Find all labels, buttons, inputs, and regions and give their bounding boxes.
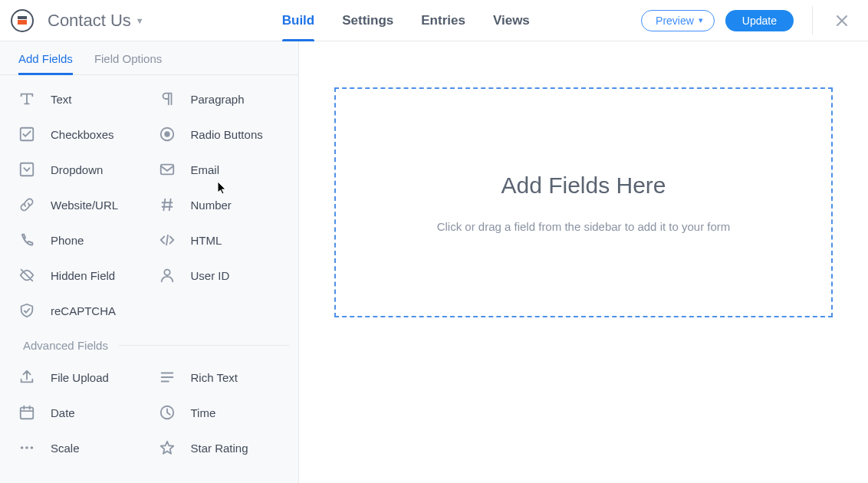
form-name-dropdown[interactable]: Contact Us ▼ (48, 11, 144, 31)
field-star-rating[interactable]: Star Rating (153, 430, 293, 465)
field-list: Text Paragraph Checkboxes Radio Buttons (0, 75, 298, 483)
dropdown-icon (18, 161, 35, 178)
top-actions: Preview ▾ Update (641, 6, 853, 35)
link-icon (18, 196, 35, 213)
svg-point-2 (164, 131, 169, 136)
field-text[interactable]: Text (12, 81, 153, 117)
update-button[interactable]: Update (725, 10, 794, 31)
sidebar: Add Fields Field Options Text Paragraph … (0, 41, 299, 483)
field-paragraph[interactable]: Paragraph (153, 81, 293, 117)
hash-icon (159, 196, 176, 213)
form-name: Contact Us (48, 11, 131, 31)
field-label: HTML (191, 234, 222, 247)
phone-icon (18, 232, 35, 248)
field-time[interactable]: Time (153, 395, 293, 430)
field-label: Phone (51, 234, 84, 247)
field-html[interactable]: HTML (153, 222, 293, 258)
field-radio-buttons[interactable]: Radio Buttons (153, 117, 293, 152)
field-label: File Upload (51, 371, 109, 384)
field-label: Time (191, 406, 216, 419)
tab-build[interactable]: Build (282, 0, 315, 41)
field-user-id[interactable]: User ID (153, 258, 293, 293)
field-phone[interactable]: Phone (12, 222, 153, 258)
field-label: reCAPTCHA (51, 304, 116, 317)
checkbox-icon (18, 126, 35, 143)
field-date[interactable]: Date (12, 395, 153, 430)
field-label: Number (191, 199, 232, 212)
svg-point-9 (25, 446, 28, 449)
hidden-icon (18, 267, 35, 284)
svg-rect-4 (160, 165, 173, 175)
preview-button[interactable]: Preview ▾ (641, 10, 715, 31)
svg-rect-3 (21, 163, 34, 176)
tab-settings[interactable]: Settings (342, 0, 393, 41)
field-checkboxes[interactable]: Checkboxes (12, 117, 153, 152)
advanced-fields-header: Advanced Fields (12, 328, 292, 360)
field-label: Date (51, 406, 75, 419)
star-icon (159, 439, 176, 456)
top-bar: Contact Us ▼ Build Settings Entries View… (0, 0, 868, 41)
dropzone-title: Add Fields Here (501, 172, 666, 199)
form-canvas: Add Fields Here Click or drag a field fr… (299, 41, 868, 483)
dropzone[interactable]: Add Fields Here Click or drag a field fr… (334, 87, 833, 317)
svg-point-10 (31, 446, 34, 449)
time-icon (159, 404, 176, 421)
svg-point-5 (164, 270, 169, 275)
section-title: Advanced Fields (23, 339, 108, 352)
richtext-icon (159, 369, 176, 386)
sidebar-tabs: Add Fields Field Options (0, 41, 298, 75)
svg-rect-6 (21, 408, 34, 419)
field-scale[interactable]: Scale (12, 430, 153, 465)
field-email[interactable]: Email (153, 152, 293, 187)
field-label: Email (191, 163, 220, 176)
field-label: Checkboxes (51, 128, 114, 141)
svg-point-8 (21, 446, 24, 449)
upload-icon (18, 369, 35, 386)
field-label: Star Rating (191, 442, 248, 455)
tab-views[interactable]: Views (493, 0, 530, 41)
sidebar-tab-add-fields[interactable]: Add Fields (18, 52, 73, 74)
field-label: Hidden Field (51, 269, 115, 282)
workspace: Add Fields Field Options Text Paragraph … (0, 41, 868, 483)
text-icon (18, 90, 35, 107)
html-icon (159, 232, 176, 248)
close-icon (836, 15, 848, 27)
field-label: Dropdown (51, 163, 103, 176)
field-label: Scale (51, 442, 80, 455)
shield-icon (18, 302, 35, 319)
field-dropdown[interactable]: Dropdown (12, 152, 153, 187)
chevron-down-icon: ▾ (699, 15, 703, 25)
field-label: User ID (191, 269, 230, 282)
date-icon (18, 404, 35, 421)
field-label: Rich Text (191, 371, 238, 384)
app-logo (11, 9, 34, 32)
chevron-down-icon: ▼ (136, 16, 144, 25)
tab-entries[interactable]: Entries (421, 0, 465, 41)
email-icon (159, 161, 176, 178)
scale-icon (18, 439, 35, 456)
field-recaptcha[interactable]: reCAPTCHA (12, 293, 153, 328)
field-label: Radio Buttons (191, 128, 263, 141)
field-number[interactable]: Number (153, 187, 293, 222)
user-icon (159, 267, 176, 284)
field-hidden[interactable]: Hidden Field (12, 258, 153, 293)
field-rich-text[interactable]: Rich Text (153, 360, 293, 395)
divider (812, 6, 813, 35)
field-file-upload[interactable]: File Upload (12, 360, 153, 395)
field-label: Paragraph (191, 93, 245, 106)
main-tabs: Build Settings Entries Views (282, 0, 530, 41)
dropzone-subtitle: Click or drag a field from the sidebar t… (437, 220, 731, 233)
field-label: Text (51, 93, 72, 106)
radio-icon (159, 126, 176, 143)
field-label: Website/URL (51, 199, 118, 212)
close-button[interactable] (831, 10, 853, 31)
sidebar-tab-field-options[interactable]: Field Options (94, 52, 162, 74)
preview-label: Preview (656, 15, 694, 27)
divider (119, 345, 289, 346)
field-website-url[interactable]: Website/URL (12, 187, 153, 222)
paragraph-icon (159, 90, 176, 107)
